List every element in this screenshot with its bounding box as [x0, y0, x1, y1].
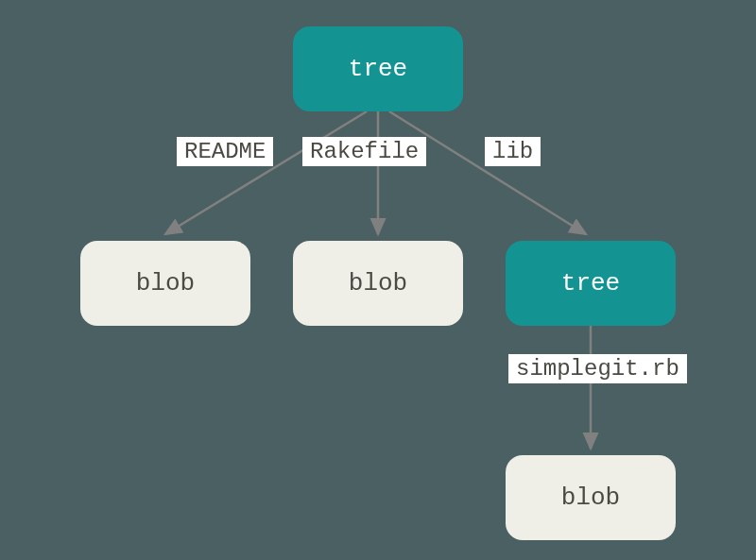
arrow-root-to-readme [165, 111, 367, 234]
node-label: tree [349, 55, 407, 83]
edge-label-lib: lib [485, 137, 541, 166]
node-label: blob [561, 484, 620, 512]
node-blob-rakefile: blob [293, 241, 463, 326]
edge-label-readme: README [177, 137, 273, 166]
node-blob-readme: blob [80, 241, 250, 326]
edge-label-rakefile: Rakefile [302, 137, 426, 166]
arrow-root-to-lib [389, 111, 586, 234]
node-blob-simplegit: blob [506, 455, 676, 540]
node-root-tree: tree [293, 26, 463, 111]
node-label: tree [561, 269, 620, 297]
node-label: blob [349, 269, 407, 297]
node-label: blob [136, 269, 195, 297]
node-lib-tree: tree [506, 241, 676, 326]
edge-label-simplegit: simplegit.rb [508, 354, 687, 383]
